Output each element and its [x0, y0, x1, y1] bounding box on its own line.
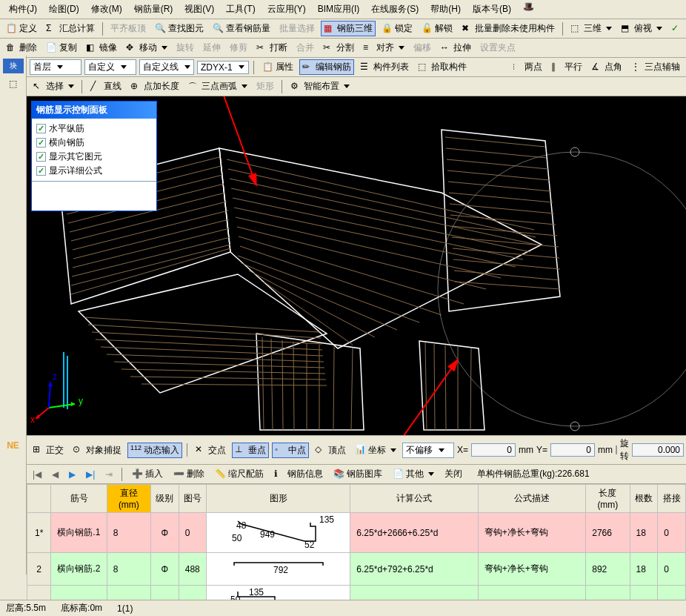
- parallel-button[interactable]: ∥平行: [548, 59, 585, 75]
- sum-calc-button[interactable]: Σ汇总计算: [43, 21, 98, 36]
- col-rownum[interactable]: [27, 485, 51, 513]
- align-button[interactable]: ≡对齐: [360, 40, 407, 56]
- cell-grade[interactable]: Φ: [151, 513, 179, 553]
- menu-cloud[interactable]: 云应用(Y): [262, 1, 312, 17]
- vertex-toggle[interactable]: ◇顶点: [312, 443, 349, 458]
- insert-button[interactable]: ➕插入: [129, 466, 166, 482]
- find-elem-button[interactable]: 🔍查找图元: [152, 21, 207, 36]
- comp-list-button[interactable]: ☰构件列表: [357, 59, 412, 75]
- other-button[interactable]: 📄其他: [390, 466, 437, 482]
- check-detail-formula[interactable]: 显示详细公式: [36, 164, 152, 178]
- cell-desc[interactable]: 弯钩+净长+弯钩: [478, 553, 585, 586]
- cell-len[interactable]: 892: [586, 553, 630, 586]
- menu-rebar[interactable]: 钢筋量(R): [128, 1, 179, 17]
- mirror-button[interactable]: ◧镜像: [83, 40, 120, 56]
- checkbox-icon[interactable]: [36, 138, 46, 148]
- split-button[interactable]: ✂分割: [320, 40, 357, 56]
- hardhat-icon[interactable]: 🎩: [523, 1, 535, 13]
- batch-select-button[interactable]: 批量选择: [276, 21, 318, 36]
- menu-modify[interactable]: 修改(M): [85, 1, 128, 17]
- offset-button[interactable]: 偏移: [410, 40, 434, 56]
- module-tab[interactable]: 块: [3, 59, 24, 73]
- offset-mode-dropdown[interactable]: 不偏移: [402, 443, 454, 458]
- rebar-table[interactable]: 筋号 直径(mm) 级别 图号 图形 计算公式 公式描述 长度(mm) 根数 搭…: [27, 484, 686, 616]
- cell-formula[interactable]: 6.25*d+792+6.25*d: [350, 553, 478, 586]
- snap-toggle[interactable]: ⊙对象捕捉: [70, 443, 124, 458]
- cell-cnt[interactable]: 18: [630, 513, 658, 553]
- trim-button[interactable]: 修剪: [227, 40, 250, 56]
- menu-online[interactable]: 在线服务(S): [365, 1, 424, 17]
- lock-aspect-checkbox[interactable]: [616, 446, 617, 454]
- dyn-input-toggle[interactable]: 112动态输入: [127, 443, 182, 458]
- menu-draw[interactable]: 绘图(D): [43, 1, 85, 17]
- mid-toggle[interactable]: ◦中点: [272, 443, 309, 458]
- close-button[interactable]: 关闭: [442, 466, 465, 482]
- menu-version[interactable]: 版本号(B): [467, 1, 517, 17]
- checkbox-icon[interactable]: [36, 166, 46, 176]
- check-horizontal-rebar[interactable]: 水平纵筋: [36, 122, 152, 136]
- batch-delete-button[interactable]: ✖批量删除未使用构件: [459, 21, 558, 36]
- lock-button[interactable]: 🔒锁定: [379, 21, 416, 36]
- 3d-viewport[interactable]: y x z 钢筋显示控制面板 水平纵筋 横向钢筋 显示其它图元 显示详: [27, 96, 686, 435]
- scale-button[interactable]: 📏缩尺配筋: [212, 466, 267, 482]
- set-grip-button[interactable]: 设置夹点: [477, 40, 519, 56]
- two-point-button[interactable]: ⸽两点: [508, 59, 545, 75]
- x-input[interactable]: [471, 443, 516, 457]
- cell-fig[interactable]: 488: [179, 553, 207, 586]
- nav-play-button[interactable]: ▶: [66, 468, 79, 481]
- perp-toggle[interactable]: ⊥垂点: [232, 443, 269, 458]
- delete-row-button[interactable]: ➖删除: [170, 466, 207, 482]
- select-button[interactable]: ↖选择: [30, 79, 77, 94]
- display-options-button[interactable]: ✓: [668, 21, 686, 36]
- table-row[interactable]: 1* 横向钢筋.1 8 Φ 0 135 48 949 50 52: [27, 513, 686, 553]
- cell-desc[interactable]: 弯钩+净长+弯钩: [478, 513, 585, 553]
- three-arc-button[interactable]: ⌒三点画弧: [185, 79, 250, 94]
- element-dropdown[interactable]: ZDYX-1: [197, 61, 249, 74]
- stretch-button[interactable]: ↔拉伸: [437, 40, 474, 56]
- menu-component[interactable]: 构件(J): [3, 1, 43, 17]
- cell-fig[interactable]: 0: [179, 513, 207, 553]
- table-row[interactable]: 2 横向钢筋.2 8 Φ 488 792 6.25*d+792+6.25*d 弯…: [27, 553, 686, 586]
- row-index[interactable]: 1*: [27, 513, 51, 553]
- cell-shape[interactable]: 792: [207, 553, 350, 586]
- copy-button[interactable]: 📄复制: [43, 40, 80, 56]
- col-lap[interactable]: 搭接: [658, 485, 686, 513]
- menu-tools[interactable]: 工具(T): [220, 1, 261, 17]
- cell-shape[interactable]: 135 48 949 50 52: [207, 513, 350, 553]
- col-fig[interactable]: 图号: [179, 485, 207, 513]
- y-input[interactable]: [550, 443, 595, 457]
- col-desc[interactable]: 公式描述: [478, 485, 585, 513]
- cell-lap[interactable]: 0: [658, 553, 686, 586]
- floor-dropdown[interactable]: 首层: [30, 59, 81, 75]
- menu-help[interactable]: 帮助(H): [424, 1, 467, 17]
- add-length-button[interactable]: ⊕点加长度: [127, 79, 182, 94]
- smart-layout-button[interactable]: ⚙智能布置: [287, 79, 353, 94]
- line-button[interactable]: ╱直线: [87, 79, 124, 94]
- subcat-dropdown[interactable]: 自定义线: [139, 59, 194, 75]
- cell-num[interactable]: 横向钢筋.1: [51, 513, 107, 553]
- col-diameter[interactable]: 直径(mm): [107, 485, 150, 513]
- ortho-toggle[interactable]: ⊞正交: [30, 443, 67, 458]
- point-angle-button[interactable]: ∡点角: [588, 59, 625, 75]
- col-length[interactable]: 长度(mm): [586, 485, 630, 513]
- coord-toggle[interactable]: 📊坐标: [352, 443, 399, 458]
- menu-bim[interactable]: BIM应用(I): [312, 1, 366, 17]
- check-transverse-rebar[interactable]: 横向钢筋: [36, 136, 152, 150]
- cell-len[interactable]: 2766: [586, 513, 630, 553]
- define-button[interactable]: 📋定义: [3, 21, 40, 36]
- cell-cnt[interactable]: 18: [630, 553, 658, 586]
- align-slab-button[interactable]: 平齐板顶: [107, 21, 149, 36]
- nav-prev-button[interactable]: ◀: [49, 468, 61, 481]
- col-shape[interactable]: 图形: [207, 485, 350, 513]
- rect-button[interactable]: 矩形: [253, 79, 277, 94]
- persp-button[interactable]: ⬒俯视: [618, 21, 665, 36]
- col-count[interactable]: 根数: [630, 485, 658, 513]
- merge-button[interactable]: 合并: [293, 40, 317, 56]
- rotate-button[interactable]: 旋转: [173, 40, 197, 56]
- intersection-toggle[interactable]: ✕交点: [192, 443, 229, 458]
- cell-lap[interactable]: 0: [658, 513, 686, 553]
- edit-rebar-button[interactable]: ✏编辑钢筋: [299, 59, 354, 75]
- nav-end-button[interactable]: ⇥: [102, 468, 116, 481]
- nav-first-button[interactable]: |◀: [30, 468, 44, 481]
- break-button[interactable]: ✂打断: [253, 40, 290, 56]
